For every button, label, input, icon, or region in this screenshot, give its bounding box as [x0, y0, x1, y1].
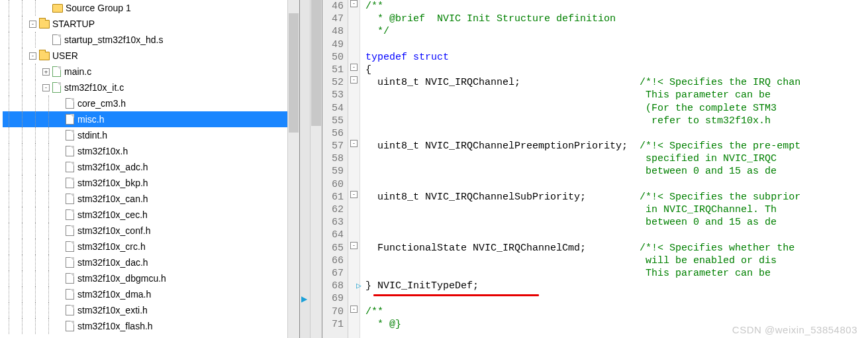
cursor-icon: ▷ — [356, 280, 362, 292]
tree-item-label: misc.h — [77, 111, 104, 127]
code-line[interactable]: uint8_t NVIC_IRQChannelSubPriority; /*!<… — [365, 191, 868, 203]
fold-toggle-icon[interactable]: - — [350, 76, 358, 84]
tree-item-label: stm32f10x_crc.h — [77, 239, 146, 254]
file-icon — [66, 257, 74, 268]
tree-item-label: USER — [52, 48, 78, 64]
fold-toggle-icon[interactable]: - — [350, 242, 358, 249]
tree-item-label: core_cm3.h — [77, 95, 126, 111]
code-line[interactable]: FunctionalState NVIC_IRQChannelCmd; /*!<… — [365, 242, 868, 254]
tree-item[interactable]: startup_stm32f10x_hd.s — [3, 32, 299, 48]
file-icon — [52, 82, 61, 93]
tree-item[interactable]: -STARTUP — [3, 16, 299, 32]
tree-item[interactable]: stm32f10x_can.h — [3, 191, 299, 207]
code-line[interactable]: specified in NVIC_IRQC — [365, 152, 868, 165]
code-line[interactable]: /** — [365, 0, 868, 13]
tree-item-label: STARTUP — [52, 16, 95, 32]
code-line[interactable]: ▷} NVIC_InitTypeDef; — [365, 280, 868, 292]
watermark-text: CSDN @weixin_53854803 — [732, 324, 857, 335]
file-icon — [52, 34, 61, 45]
line-number-gutter: 4647484950515253545556575859606162636465… — [322, 0, 348, 338]
folder-icon — [52, 4, 63, 13]
tree-item-label: stm32f10x_flash.h — [77, 318, 153, 334]
tree-item[interactable]: stm32f10x_flash.h — [3, 318, 299, 334]
tree-item-label: stdint.h — [77, 127, 107, 143]
red-underline-annotation — [373, 294, 539, 296]
folder-icon — [39, 20, 50, 28]
code-line[interactable]: between 0 and 15 as de — [365, 165, 868, 178]
code-line[interactable] — [365, 127, 868, 140]
code-line[interactable]: uint8_t NVIC_IRQChannelPreemptionPriorit… — [365, 140, 868, 152]
tree-item-label: stm32f10x_conf.h — [77, 223, 151, 239]
fold-toggle-icon[interactable]: - — [350, 64, 358, 71]
tree-item[interactable]: stm32f10x_exti.h — [3, 302, 299, 318]
file-icon — [66, 289, 74, 300]
tree-item[interactable]: Source Group 1 — [3, 0, 299, 16]
tree-item[interactable]: -USER — [3, 48, 299, 64]
tree-item[interactable]: stm32f10x_conf.h — [3, 223, 299, 239]
tree-item-label: stm32f10x_bkp.h — [77, 175, 148, 191]
file-icon — [66, 114, 74, 125]
tree-item-label: main.c — [64, 64, 91, 80]
code-line[interactable]: between 0 and 15 as de — [365, 216, 868, 229]
tree-item[interactable]: +main.c — [3, 64, 299, 80]
tree-item-label: stm32f10x_exti.h — [77, 302, 148, 318]
project-tree[interactable]: Source Group 1-STARTUPstartup_stm32f10x_… — [0, 0, 299, 334]
tree-item[interactable]: stm32f10x_bkp.h — [3, 175, 299, 191]
folder-icon — [39, 52, 50, 60]
file-icon — [66, 241, 74, 252]
code-line[interactable]: /** — [365, 306, 868, 318]
fold-toggle-icon[interactable]: - — [350, 140, 358, 147]
tree-scrollbar[interactable] — [287, 0, 299, 338]
tree-item-label: stm32f10x_dac.h — [77, 254, 148, 270]
tree-item[interactable]: -stm32f10x_it.c — [3, 80, 299, 95]
code-line[interactable]: uint8_t NVIC_IRQChannel; /*!< Specifies … — [365, 76, 868, 89]
fold-toggle-icon[interactable]: - — [350, 306, 358, 313]
tree-item-label: stm32f10x_cec.h — [77, 207, 148, 223]
tree-item-label: stm32f10x_adc.h — [77, 159, 148, 175]
tree-item-label: stm32f10x.h — [77, 143, 128, 159]
tree-item[interactable]: stm32f10x_cec.h — [3, 207, 299, 223]
tree-item[interactable]: stm32f10x_dac.h — [3, 254, 299, 270]
code-line[interactable]: in NVIC_IRQChannel. Th — [365, 203, 868, 216]
code-line[interactable]: (For the complete STM3 — [365, 102, 868, 115]
code-text-area[interactable]: /** * @brief NVIC Init Structure definit… — [360, 0, 868, 338]
splitter[interactable]: ▶ — [300, 0, 322, 338]
tree-item[interactable]: stdint.h — [3, 127, 299, 143]
tree-item[interactable]: core_cm3.h — [3, 95, 299, 111]
code-line[interactable]: This parameter can be — [365, 267, 868, 280]
tree-scroll-thumb[interactable] — [289, 13, 299, 133]
splitter-scroll-thumb[interactable] — [311, 0, 321, 126]
code-line[interactable] — [365, 229, 868, 241]
tree-item-label: stm32f10x_it.c — [64, 80, 124, 95]
code-line[interactable]: refer to stm32f10x.h — [365, 115, 868, 127]
fold-toggle-icon[interactable]: - — [350, 0, 358, 7]
tree-item[interactable]: stm32f10x_dbgmcu.h — [3, 270, 299, 286]
tree-item[interactable]: stm32f10x_dma.h — [3, 286, 299, 302]
splitter-scrollbar[interactable] — [310, 0, 322, 338]
code-line[interactable]: * @brief NVIC Init Structure definition — [365, 13, 868, 25]
collapse-icon[interactable]: - — [29, 52, 36, 60]
tree-item[interactable]: misc.h — [3, 111, 299, 127]
tree-item-label: stm32f10x_dma.h — [77, 286, 151, 302]
code-line[interactable]: { — [365, 64, 868, 76]
collapse-icon[interactable]: - — [29, 21, 36, 28]
code-line[interactable] — [365, 38, 868, 51]
file-icon — [66, 209, 74, 220]
file-icon — [66, 225, 74, 236]
code-line[interactable]: typedef struct — [365, 51, 868, 64]
code-line[interactable]: This parameter can be — [365, 89, 868, 101]
file-icon — [66, 305, 74, 315]
tree-item-label: startup_stm32f10x_hd.s — [64, 32, 163, 48]
code-line[interactable]: will be enabled or dis — [365, 254, 868, 267]
expand-icon[interactable]: + — [42, 68, 50, 76]
fold-toggle-icon[interactable]: - — [350, 191, 358, 198]
tree-item[interactable]: stm32f10x_adc.h — [3, 159, 299, 175]
code-editor-pane: 4647484950515253545556575859606162636465… — [322, 0, 868, 338]
code-line[interactable] — [365, 178, 868, 191]
collapse-icon[interactable]: - — [42, 84, 50, 91]
file-icon — [66, 162, 74, 172]
code-line[interactable]: */ — [365, 25, 868, 38]
file-icon — [66, 321, 74, 331]
tree-item[interactable]: stm32f10x_crc.h — [3, 239, 299, 254]
tree-item[interactable]: stm32f10x.h — [3, 143, 299, 159]
